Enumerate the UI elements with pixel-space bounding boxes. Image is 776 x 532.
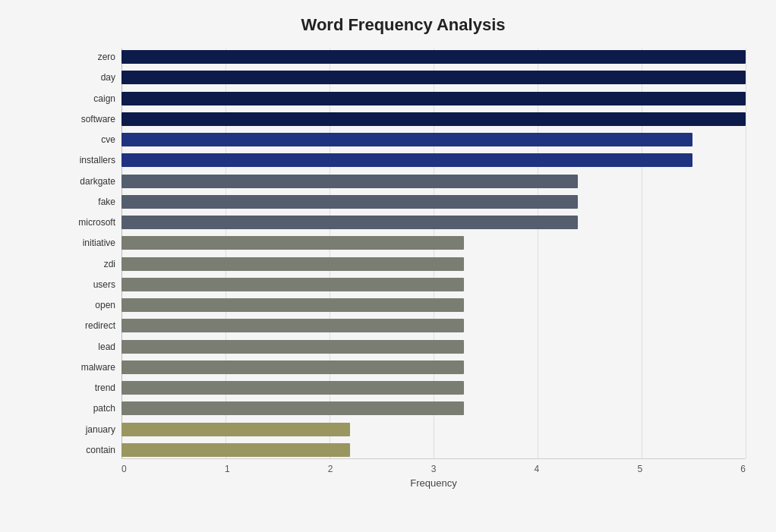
bar-label: patch xyxy=(61,403,121,414)
bar xyxy=(121,236,464,250)
x-tick: 3 xyxy=(431,464,437,474)
bar-label: installers xyxy=(61,155,121,165)
x-tick: 1 xyxy=(225,464,230,474)
gridline xyxy=(746,49,746,458)
bar-row: january xyxy=(61,421,746,438)
bar-label: open xyxy=(61,300,121,310)
bar xyxy=(121,50,746,64)
bar-label: january xyxy=(61,424,121,435)
bar-row: malware xyxy=(61,359,746,376)
bar-row: microsoft xyxy=(61,214,746,231)
bar-row: contain xyxy=(61,442,746,458)
x-tick: 0 xyxy=(121,464,127,474)
bar xyxy=(121,319,464,332)
bar-row: users xyxy=(61,276,746,293)
bar xyxy=(121,340,464,354)
bar-label: contain xyxy=(61,445,121,455)
bar-row: caign xyxy=(61,90,746,107)
bar xyxy=(121,175,578,188)
bar-row: installers xyxy=(61,152,746,168)
bar-label: cve xyxy=(61,134,121,145)
bar xyxy=(121,298,464,312)
bar-row: fake xyxy=(61,194,746,210)
x-tick: 5 xyxy=(637,464,642,474)
bar-label: fake xyxy=(61,197,121,207)
x-ticks: 0123456 xyxy=(121,459,746,474)
chart-container: Word Frequency Analysis zerodaycaignsoft… xyxy=(0,0,776,532)
bar-label: darkgate xyxy=(61,176,121,187)
bar xyxy=(121,443,350,457)
bar xyxy=(121,278,464,291)
bars-wrapper: zerodaycaignsoftwarecveinstallersdarkgat… xyxy=(61,49,746,458)
bar-label: redirect xyxy=(61,320,121,331)
chart-title: Word Frequency Analysis xyxy=(61,15,746,35)
bar-row: patch xyxy=(61,400,746,417)
bar xyxy=(121,257,464,271)
bar-label: malware xyxy=(61,362,121,373)
bar-label: initiative xyxy=(61,238,121,248)
bar xyxy=(121,71,746,84)
bar xyxy=(121,133,692,146)
x-axis: 0123456 Frequency xyxy=(121,458,746,489)
bar-row: zdi xyxy=(61,256,746,272)
bar-label: software xyxy=(61,114,121,124)
bar-label: microsoft xyxy=(61,217,121,228)
x-tick: 2 xyxy=(328,464,333,474)
x-tick: 4 xyxy=(535,464,540,474)
bar-row: redirect xyxy=(61,317,746,334)
bar-row: initiative xyxy=(61,235,746,251)
bar-row: zero xyxy=(61,49,746,65)
bar-row: day xyxy=(61,69,746,86)
bar-label: users xyxy=(61,279,121,290)
bar-row: lead xyxy=(61,338,746,355)
bar-label: day xyxy=(61,72,121,83)
bar xyxy=(121,112,746,126)
bar-label: trend xyxy=(61,382,121,393)
bar-label: zero xyxy=(61,52,121,62)
bar xyxy=(121,381,464,395)
bar-row: cve xyxy=(61,131,746,148)
bar xyxy=(121,360,464,374)
bar-label: caign xyxy=(61,93,121,104)
bar-row: darkgate xyxy=(61,173,746,190)
bar xyxy=(121,216,578,229)
bar xyxy=(121,423,350,436)
x-axis-label: Frequency xyxy=(121,477,746,489)
bar-label: zdi xyxy=(61,259,121,269)
x-tick: 6 xyxy=(740,464,746,474)
bar-row: open xyxy=(61,297,746,313)
bar-row: software xyxy=(61,111,746,127)
bar xyxy=(121,92,746,105)
bar xyxy=(121,195,578,209)
bar-row: trend xyxy=(61,379,746,396)
bar xyxy=(121,401,464,415)
bar xyxy=(121,153,692,167)
chart-area: zerodaycaignsoftwarecveinstallersdarkgat… xyxy=(61,49,746,489)
bar-label: lead xyxy=(61,342,121,352)
